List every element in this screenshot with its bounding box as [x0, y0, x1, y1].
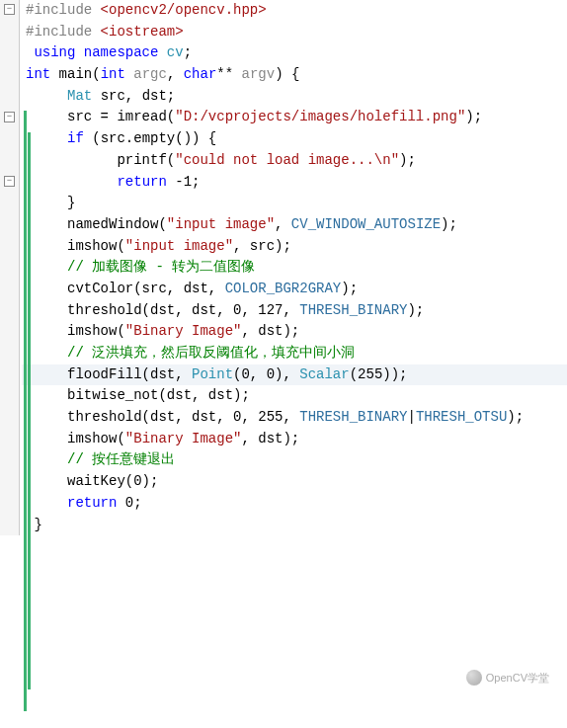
- indent-guide: [28, 132, 31, 689]
- code-line: imshow("Binary Image", dst);: [22, 321, 567, 343]
- code-line: if (src.empty()) {: [22, 128, 567, 150]
- code-line: threshold(dst, dst, 0, 127, THRESH_BINAR…: [22, 300, 567, 322]
- code-line: // 按任意键退出: [22, 449, 567, 471]
- gutter: [0, 0, 20, 535]
- fold-marker[interactable]: −: [4, 4, 15, 15]
- code-line: src = imread("D:/vcprojects/images/holef…: [22, 107, 567, 128]
- code-line: waitKey(0);: [22, 471, 567, 493]
- code-line: #include <opencv2/opencv.hpp>: [22, 0, 567, 22]
- watermark-text: OpenCV学堂: [486, 670, 549, 687]
- watermark: OpenCV学堂: [466, 670, 549, 687]
- code-line: Mat src, dst;: [22, 86, 567, 108]
- watermark-logo-icon: [466, 670, 482, 686]
- code-line: }: [22, 515, 567, 536]
- code-line-current: floodFill(dst, Point(0, 0), Scalar(255))…: [22, 364, 567, 386]
- indent-guide: [24, 111, 27, 711]
- code-line: namedWindow("input image", CV_WINDOW_AUT…: [22, 214, 567, 236]
- fold-marker[interactable]: −: [4, 176, 15, 187]
- code-line: return -1;: [22, 172, 567, 194]
- code-line: imshow("input image", src);: [22, 236, 567, 258]
- code-line: threshold(dst, dst, 0, 255, THRESH_BINAR…: [22, 407, 567, 429]
- code-line: printf("could not load image...\n");: [22, 150, 567, 172]
- fold-marker[interactable]: −: [4, 112, 15, 122]
- code-line: // 加载图像 - 转为二值图像: [22, 257, 567, 279]
- code-line: int main(int argc, char** argv) {: [22, 64, 567, 86]
- code-line: using namespace cv;: [22, 42, 567, 64]
- code-line: }: [22, 193, 567, 214]
- code-editor: − − − #include <opencv2/opencv.hpp> #inc…: [0, 0, 567, 535]
- code-line: return 0;: [22, 493, 567, 515]
- code-line: cvtColor(src, dst, COLOR_BGR2GRAY);: [22, 279, 567, 300]
- code-line: bitwise_not(dst, dst);: [22, 385, 567, 407]
- code-line: // 泛洪填充，然后取反阈值化，填充中间小洞: [22, 343, 567, 364]
- code-line: imshow("Binary Image", dst);: [22, 429, 567, 450]
- code-line: #include <iostream>: [22, 22, 567, 43]
